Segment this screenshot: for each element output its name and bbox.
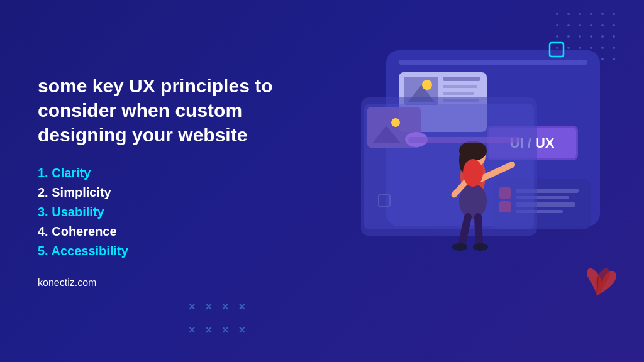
x-mark-5: × — [189, 324, 196, 337]
svg-point-37 — [473, 243, 488, 251]
svg-rect-8 — [443, 92, 474, 95]
list-item-2: 2. Simplicity — [38, 185, 277, 200]
main-container: some key UX principles to consider when … — [0, 0, 644, 362]
list-item-5: 5. Accessibility — [38, 244, 277, 258]
ux-illustration: UI / UX — [311, 0, 644, 362]
left-content-panel: some key UX principles to consider when … — [0, 48, 314, 314]
illustration-panel: UI / UX — [311, 0, 644, 362]
x-mark-6: × — [206, 324, 213, 337]
svg-point-26 — [391, 118, 400, 127]
principles-list: 1. Clarity 2. Simplicity 3. Usability 4.… — [38, 166, 277, 258]
x-mark-7: × — [222, 324, 229, 337]
page-title: some key UX principles to consider when … — [38, 74, 277, 147]
svg-point-36 — [452, 243, 467, 251]
svg-rect-7 — [443, 85, 477, 88]
svg-point-38 — [463, 159, 483, 187]
website-url: konectiz.com — [38, 277, 277, 288]
list-item-4: 4. Coherence — [38, 224, 277, 239]
svg-rect-41 — [408, 137, 521, 143]
list-item-1: 1. Clarity — [38, 166, 277, 180]
svg-point-5 — [422, 80, 432, 90]
list-item-3: 3. Usability — [38, 205, 277, 219]
svg-line-35 — [478, 217, 479, 245]
x-mark-8: × — [239, 324, 246, 337]
svg-rect-6 — [443, 77, 480, 81]
svg-rect-1 — [399, 60, 587, 65]
